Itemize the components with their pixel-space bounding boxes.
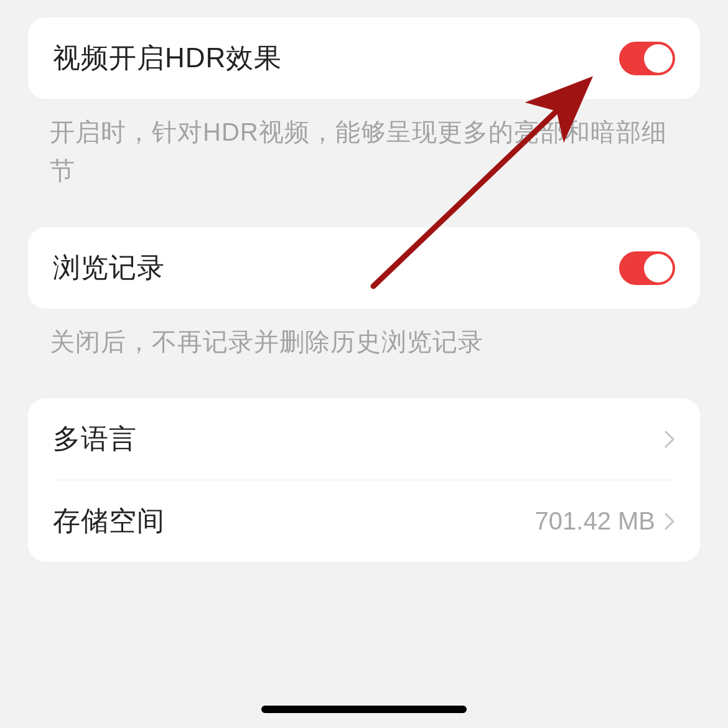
history-card: 浏览记录: [28, 227, 700, 309]
history-toggle[interactable]: [619, 251, 675, 285]
history-description: 关闭后，不再记录并删除历史浏览记录: [50, 322, 678, 361]
toggle-knob: [644, 44, 673, 73]
storage-value: 701.42 MB: [535, 507, 655, 535]
nav-card: 多语言 存储空间 701.42 MB: [28, 398, 700, 562]
hdr-toggle[interactable]: [619, 42, 675, 75]
history-setting-row: 浏览记录: [28, 227, 700, 309]
language-label: 多语言: [53, 421, 137, 457]
hdr-description: 开启时，针对HDR视频，能够呈现更多的亮部和暗部细节: [50, 113, 678, 190]
home-indicator[interactable]: [261, 706, 467, 713]
storage-row[interactable]: 存储空间 701.42 MB: [28, 480, 700, 562]
chevron-right-icon: [664, 430, 675, 449]
history-label: 浏览记录: [53, 250, 165, 286]
storage-label: 存储空间: [53, 503, 165, 539]
chevron-right-icon: [664, 512, 675, 531]
hdr-setting-row: 视频开启HDR效果: [28, 17, 700, 99]
language-row[interactable]: 多语言: [28, 398, 700, 480]
hdr-label: 视频开启HDR效果: [53, 40, 282, 77]
hdr-card: 视频开启HDR效果: [28, 17, 700, 99]
toggle-knob: [644, 254, 673, 282]
